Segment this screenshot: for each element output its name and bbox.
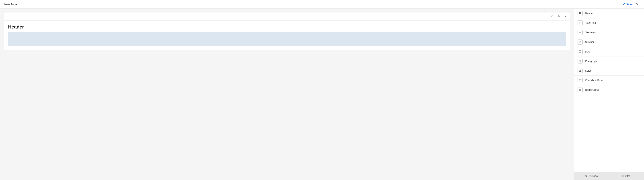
- clear-icon: ✕: [622, 174, 624, 177]
- preview-button[interactable]: 👁 Preview: [574, 172, 609, 180]
- copy-button[interactable]: ⧉: [550, 14, 555, 19]
- form-card-toolbar: ⧉ ✎ ✕: [4, 13, 570, 21]
- page-title: New Form: [4, 3, 17, 6]
- form-card-content: Header: [4, 21, 570, 50]
- text-area-icon: [578, 30, 582, 35]
- sidebar-item-select-label: Select: [585, 69, 592, 72]
- close-icon: ✕: [636, 3, 639, 6]
- radio-icon: [578, 87, 582, 92]
- paragraph-icon: [578, 59, 582, 64]
- save-label: Save: [626, 3, 632, 6]
- sidebar-item-radio-label: Radio Group: [585, 88, 599, 91]
- remove-icon: ✕: [564, 15, 566, 18]
- sidebar-item-text-field-label: Text Field: [585, 22, 596, 24]
- preview-label: Preview: [589, 174, 598, 177]
- sidebar-item-header[interactable]: H Header: [574, 9, 644, 18]
- text-field-icon: T: [578, 20, 582, 26]
- sidebar-footer: 👁 Preview ✕ Clear: [574, 172, 644, 180]
- clear-label: Clear: [625, 174, 631, 177]
- svg-rect-0: [579, 51, 581, 53]
- top-bar-actions: ✓ Save ✕: [623, 2, 640, 7]
- checkbox-icon: [578, 78, 582, 83]
- sidebar: H Header T Text Field Text Area: [574, 9, 644, 180]
- sidebar-item-radio-group[interactable]: Radio Group: [574, 85, 644, 95]
- check-icon: ✓: [623, 3, 625, 6]
- edit-button[interactable]: ✎: [556, 14, 561, 19]
- number-icon: [578, 40, 582, 45]
- top-bar: New Form ✓ Save ✕: [0, 0, 644, 9]
- sidebar-item-checkbox-label: Checkbox Group: [585, 79, 604, 82]
- edit-icon: ✎: [558, 15, 560, 18]
- sidebar-item-date[interactable]: Date: [574, 47, 644, 56]
- form-header-text: Header: [8, 24, 566, 30]
- sidebar-items: H Header T Text Field Text Area: [574, 9, 644, 172]
- sidebar-item-number[interactable]: Number: [574, 37, 644, 47]
- sidebar-item-checkbox-group[interactable]: Checkbox Group: [574, 76, 644, 85]
- save-button[interactable]: ✓ Save: [623, 3, 632, 6]
- sidebar-item-text-area[interactable]: Text Area: [574, 28, 644, 37]
- clear-button[interactable]: ✕ Clear: [609, 172, 644, 180]
- sidebar-item-date-label: Date: [585, 50, 590, 53]
- remove-button[interactable]: ✕: [563, 14, 568, 19]
- calendar-svg: [579, 50, 581, 53]
- select-svg: [579, 69, 581, 72]
- header-icon: H: [578, 11, 582, 16]
- date-icon: [578, 49, 582, 54]
- sidebar-item-header-label: Header: [585, 12, 594, 15]
- form-card-placeholder: [8, 32, 566, 46]
- sidebar-item-text-field[interactable]: T Text Field: [574, 18, 644, 28]
- sidebar-item-paragraph-label: Paragraph: [585, 60, 597, 63]
- sidebar-item-paragraph[interactable]: Paragraph: [574, 56, 644, 66]
- select-icon: [578, 68, 582, 73]
- top-close-button[interactable]: ✕: [635, 2, 640, 7]
- main-content: ⧉ ✎ ✕ Header H Header: [0, 9, 644, 180]
- eye-icon: 👁: [585, 174, 588, 177]
- form-area: ⧉ ✎ ✕ Header: [0, 9, 574, 180]
- sidebar-item-text-area-label: Text Area: [585, 31, 596, 34]
- sidebar-item-number-label: Number: [585, 41, 594, 44]
- copy-icon: ⧉: [552, 15, 554, 18]
- sidebar-item-select[interactable]: Select: [574, 66, 644, 76]
- form-card: ⧉ ✎ ✕ Header: [4, 12, 570, 50]
